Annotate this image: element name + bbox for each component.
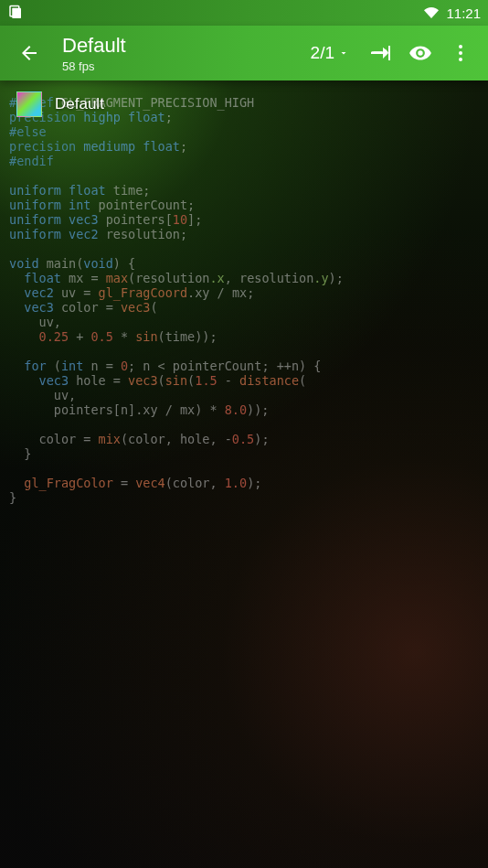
code-token: ( [158,373,165,388]
code-token: .xy / mx; [187,285,254,300]
code-token: vec2 [69,227,99,241]
code-token: 1.0 [225,476,247,490]
code-token: 8.0 [225,402,247,417]
code-token: uv = [54,285,99,300]
back-button[interactable] [11,35,48,71]
code-token: hole = [69,373,128,388]
code-token: int [61,359,83,373]
code-token: mx = [61,271,106,285]
quality-value: 2/1 [311,43,334,63]
status-bar: 11:21 [0,0,488,26]
code-token: ( [47,359,61,373]
svg-rect-1 [12,8,21,18]
code-token [9,329,39,344]
code-token: .x [209,271,224,285]
code-token: )); [247,402,269,417]
code-token: gl_FragColor [9,476,113,490]
code-token: vec3 [9,373,69,388]
code-token: sin [135,329,157,344]
code-token: main( [39,256,84,271]
code-token: , resolution [225,271,314,285]
code-token: #else [9,124,47,139]
code-token: = [113,476,135,490]
svg-point-3 [459,45,462,48]
code-token: n = [83,359,121,373]
code-token: vec3 [128,373,158,388]
code-token: #endif [9,154,54,168]
code-token: ]; [187,212,202,227]
code-token: ); [329,271,344,285]
overflow-menu-button[interactable] [440,33,481,73]
code-token: (time)); [158,329,217,344]
code-token: mix [99,432,121,446]
code-token: ( [150,300,157,315]
code-token: void [83,256,113,271]
code-token: resolution; [99,227,188,241]
code-token: sin [165,373,187,388]
code-token: (color, hole, - [121,432,232,446]
code-token: uniform [9,183,69,198]
code-token: pointerCount; [90,198,195,212]
code-token: 0.25 [39,329,69,344]
code-token: vec3 [121,300,151,315]
shader-source-editor[interactable]: #ifdef GL_FRAGMENT_PRECISION_HIGH precis… [0,0,488,868]
code-token: * [113,329,135,344]
code-token: float [69,183,106,198]
code-token: vec3 [69,212,99,227]
code-token: distance [239,373,299,388]
code-token: uniform [9,212,69,227]
wifi-icon [422,5,440,20]
code-token: + [69,329,90,344]
code-token: void [9,256,39,271]
code-token: for [9,359,47,373]
code-token: uniform [9,198,69,212]
code-token: } [9,446,31,461]
code-token: 10 [173,212,187,227]
code-token: 0.5 [90,329,112,344]
code-token: ); [254,432,269,446]
svg-point-5 [459,58,462,61]
preview-visibility-button[interactable] [400,33,440,73]
code-token: ) { [113,256,135,271]
code-token: color = [54,300,121,315]
code-token: ( [299,373,306,388]
code-token: int [69,198,90,212]
code-token: uv, [9,315,61,329]
code-token: uv, [9,388,76,402]
code-token: float [9,271,61,285]
code-token: vec2 [9,285,54,300]
code-token: - [217,373,239,388]
code-token: uniform [9,227,69,241]
code-token: vec3 [9,300,54,315]
quality-spinner[interactable]: 2/1 [311,43,349,63]
shader-name-label: Default [55,95,104,113]
svg-point-4 [459,51,462,55]
shader-thumbnail [16,91,42,117]
title-block: Default 58 fps [62,34,311,73]
code-token: ; [180,139,187,154]
code-token: color = [9,432,99,446]
code-token: (color, [165,476,225,490]
recent-apps-icon [7,5,24,21]
code-token: pointers[ [99,212,173,227]
code-token: ; n < pointerCount; ++n) { [128,359,321,373]
code-token: max [106,271,128,285]
code-token: gl_FragCoord [99,285,188,300]
code-token: 0 [121,359,128,373]
code-token: (resolution [128,271,209,285]
code-token: precision [9,139,83,154]
code-token: 1.5 [195,373,217,388]
chevron-down-icon [338,48,349,59]
code-token: mediump [83,139,135,154]
code-token: vec4 [135,476,165,490]
app-bar: Default 58 fps 2/1 [0,26,488,80]
code-token: float [135,139,180,154]
code-token: time; [106,183,151,198]
status-clock: 11:21 [446,5,481,21]
page-title: Default [62,34,311,58]
shader-header-overlay: Default [0,80,488,117]
code-token: } [9,490,16,505]
code-token: .y [313,271,328,285]
code-token: 0.5 [232,432,254,446]
tab-button[interactable] [360,33,400,73]
